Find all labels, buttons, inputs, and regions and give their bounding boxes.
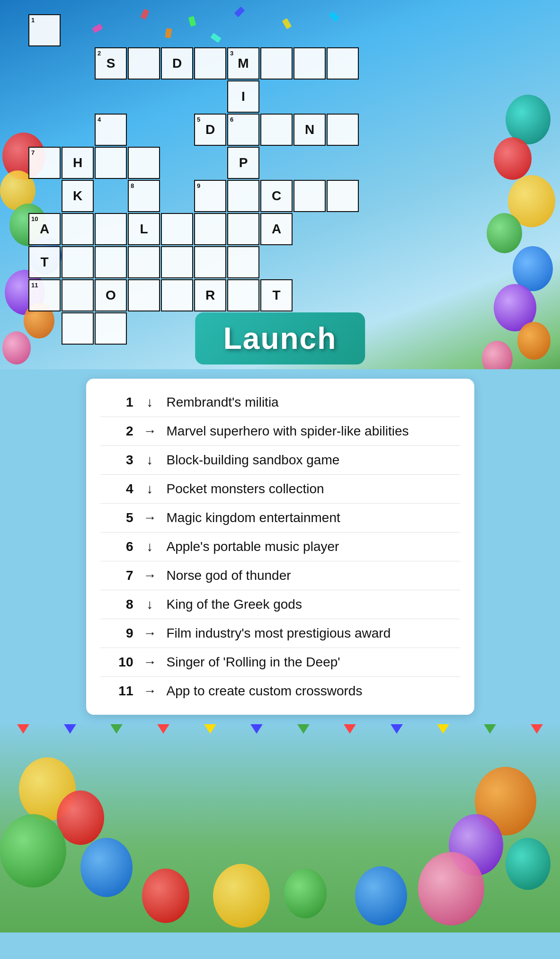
crossword-cell-r6c2[interactable] [95,213,127,245]
crossword-cell-r3c5[interactable]: 5D [194,114,226,146]
cell-letter-r3c5: D [205,122,215,137]
clue-direction-9: → [141,626,160,641]
clue-number-2: 2 [105,424,133,439]
clue-row-1: 1↓Rembrandt's militia [100,388,460,417]
clue-text-4: Pocket monsters collection [167,481,455,497]
crossword-cell-r3c9[interactable] [327,114,359,146]
crossword-cell-r4c6[interactable]: P [227,147,259,179]
cell-letter-r5c7: C [272,188,281,204]
crossword-cell-r1c7[interactable] [260,47,293,80]
clue-direction-11: → [141,684,160,699]
crossword-cell-r6c3[interactable]: L [128,213,160,245]
clue-row-10: 10→Singer of 'Rolling in the Deep' [100,648,460,677]
crossword-cell-r6c6[interactable] [227,213,259,245]
crossword-cell-r6c5[interactable] [194,213,226,245]
crossword-cell-r6c1[interactable] [62,213,94,245]
crossword-cell-r1c4[interactable]: D [161,47,193,80]
cell-letter-r1c6: M [238,56,249,71]
clue-text-11: App to create custom crosswords [167,684,455,699]
crossword-cell-r9c1[interactable] [62,312,94,345]
crossword-cell-r4c1[interactable]: H [62,147,94,179]
crossword-cell-r0c0[interactable]: 1 [28,14,61,46]
clue-direction-3: ↓ [141,453,160,468]
crossword-cell-r4c3[interactable] [128,147,160,179]
balloon-red-2 [494,137,532,180]
crossword-cell-r7c2[interactable] [95,246,127,278]
crossword-cell-r1c6[interactable]: 3M [227,47,259,80]
crossword-cell-r8c7[interactable]: T [260,279,293,311]
crossword-cell-r5c3[interactable]: 8 [128,180,160,212]
crossword-cell-r3c2[interactable]: 4 [95,114,127,146]
crossword-cell-r4c0[interactable]: 7 [28,147,61,179]
launch-label: Launch [223,321,337,355]
crossword-cell-r4c2[interactable] [95,147,127,179]
cell-letter-r6c0: A [40,222,49,237]
cell-letter-r1c2: S [107,56,116,71]
crossword-cell-r8c4[interactable] [161,279,193,311]
clue-row-7: 7→Norse god of thunder [100,561,460,590]
crossword-cell-r5c5[interactable]: 9 [194,180,226,212]
clue-row-3: 3↓Block-building sandbox game [100,446,460,475]
clue-direction-7: → [141,568,160,583]
crossword-cell-r8c0[interactable]: 11 [28,279,61,311]
clue-direction-10: → [141,655,160,670]
clue-text-7: Norse god of thunder [167,568,455,583]
cell-letter-r6c3: L [140,222,148,237]
balloon-bottom-7 [506,838,551,890]
balloon-bottom-12 [355,866,407,925]
crossword-cell-r9c2[interactable] [95,312,127,345]
crossword-cell-r5c9[interactable] [327,180,359,212]
clue-direction-4: ↓ [141,481,160,497]
clue-direction-1: ↓ [141,395,160,410]
balloon-green-2 [487,213,522,253]
crossword-cell-r6c7[interactable]: A [260,213,293,245]
crossword-cell-r7c1[interactable] [62,246,94,278]
crossword-cell-r7c6[interactable] [227,246,259,278]
crossword-cell-r8c5[interactable]: R [194,279,226,311]
background-scene: 12SD3MI45D6N7HPK89C10ALAT11ORTT Launch [0,0,560,369]
crossword-cell-r7c4[interactable] [161,246,193,278]
crossword-cell-r8c6[interactable] [227,279,259,311]
clue-row-8: 8↓King of the Greek gods [100,590,460,619]
crossword-cell-r5c1[interactable]: K [62,180,94,212]
crossword-container: 12SD3MI45D6N7HPK89C10ALAT11ORTT [24,14,364,336]
crossword-cell-r3c6[interactable]: 6 [227,114,259,146]
crossword-cell-r6c0[interactable]: 10A [28,213,61,245]
crossword-cell-r1c5[interactable] [194,47,226,80]
crossword-grid: 12SD3MI45D6N7HPK89C10ALAT11ORTT [24,14,364,336]
crossword-cell-r5c8[interactable] [293,180,326,212]
clues-section: 1↓Rembrandt's militia2→Marvel superhero … [86,379,474,715]
clue-number-11: 11 [105,684,133,699]
crossword-cell-r7c3[interactable] [128,246,160,278]
crossword-cell-r3c8[interactable]: N [293,114,326,146]
clue-row-5: 5→Magic kingdom entertainment [100,504,460,533]
balloon-bottom-3 [0,814,66,888]
balloon-bottom-11 [284,869,327,918]
crossword-cell-r2c6[interactable]: I [227,80,259,113]
crossword-cell-r7c0[interactable]: T [28,246,61,278]
crossword-cell-r1c3[interactable] [128,47,160,80]
crossword-cell-r5c6[interactable] [227,180,259,212]
clue-number-6: 6 [105,539,133,554]
cell-letter-r4c6: P [239,155,248,170]
crossword-cell-r6c4[interactable] [161,213,193,245]
clue-number-10: 10 [105,655,133,670]
clue-text-5: Magic kingdom entertainment [167,510,455,525]
crossword-cell-r1c9[interactable] [327,47,359,80]
crossword-cell-r3c7[interactable] [260,114,293,146]
cell-letter-r8c7: T [272,288,280,303]
crossword-cell-r8c1[interactable] [62,279,94,311]
cell-letter-r8c2: O [106,288,116,303]
clue-direction-6: ↓ [141,539,160,554]
clue-number-7: 7 [105,568,133,583]
bottom-background [0,719,560,932]
crossword-cell-r8c3[interactable] [128,279,160,311]
balloon-orange-2 [517,322,551,360]
crossword-cell-r5c7[interactable]: C [260,180,293,212]
crossword-cell-r1c2[interactable]: 2S [95,47,127,80]
crossword-cell-r8c2[interactable]: O [95,279,127,311]
cell-letter-r4c1: H [73,155,82,170]
crossword-cell-r7c5[interactable] [194,246,226,278]
clue-number-5: 5 [105,510,133,525]
crossword-cell-r1c8[interactable] [293,47,326,80]
